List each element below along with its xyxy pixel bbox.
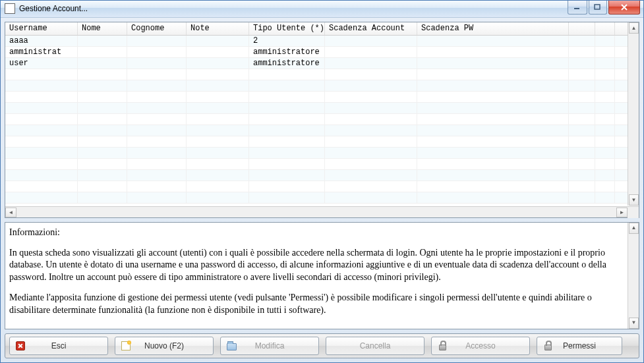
window-title: Gestione Account... [19, 4, 88, 13]
cell-username[interactable]: amministrat [5, 47, 78, 57]
maximize-icon [594, 4, 602, 11]
lock-icon [437, 341, 448, 351]
maximize-button[interactable] [589, 1, 607, 14]
horizontal-scrollbar[interactable]: ◄ ► [5, 206, 639, 217]
table-row-empty [5, 136, 639, 148]
cell-scad_acc[interactable] [325, 47, 417, 57]
table-row-empty [5, 170, 639, 181]
cell-scad_pw[interactable] [417, 58, 569, 69]
app-icon [5, 3, 15, 14]
scroll-down-icon[interactable]: ▼ [629, 318, 639, 329]
cell-scad_pw[interactable] [417, 36, 569, 46]
close-icon [15, 341, 26, 351]
cell-extra[interactable] [595, 36, 615, 46]
accesso-button[interactable]: Accesso [431, 337, 530, 355]
cell-extra[interactable] [569, 47, 595, 57]
col-note[interactable]: Note [187, 22, 249, 35]
col-cognome[interactable]: Cognome [127, 22, 187, 35]
col-scadenza-pw[interactable]: Scadenza PW [417, 22, 569, 35]
table-row-empty [5, 181, 639, 192]
table-row-empty [5, 192, 639, 204]
cell-tipo[interactable]: amministratore [249, 47, 325, 57]
cell-cognome[interactable] [127, 36, 187, 46]
close-button[interactable] [608, 1, 640, 14]
col-extra[interactable] [595, 22, 615, 35]
minimize-button[interactable] [568, 1, 587, 14]
titlebar[interactable]: Gestione Account... [1, 1, 643, 18]
button-label: Nuovo (F2) [122, 341, 206, 350]
cell-cognome[interactable] [127, 47, 187, 57]
cell-extra[interactable] [595, 58, 615, 69]
cell-username[interactable]: aaaa [5, 36, 78, 46]
cell-scad_acc[interactable] [325, 36, 417, 46]
toolbar: Esci Nuovo (F2) Modifica Cancella Access… [5, 333, 639, 358]
delete-icon [332, 341, 342, 351]
cell-scad_acc[interactable] [325, 58, 417, 69]
scroll-corner [628, 207, 639, 218]
col-nome[interactable]: Nome [78, 22, 127, 35]
cell-extra[interactable] [569, 36, 595, 46]
table-row-empty [5, 92, 639, 103]
scroll-right-icon[interactable]: ► [616, 208, 628, 217]
button-label: Esci [16, 341, 101, 350]
col-extra[interactable] [569, 22, 595, 35]
scroll-up-icon[interactable]: ▲ [629, 223, 639, 234]
modifica-button[interactable]: Modifica [220, 337, 319, 355]
cell-tipo[interactable]: amministratore [249, 58, 325, 69]
info-panel: Informazioni: In questa scheda sono visu… [5, 222, 639, 329]
cancella-button[interactable]: Cancella [326, 337, 424, 355]
close-icon [620, 4, 628, 11]
scroll-left-icon[interactable]: ◄ [5, 208, 16, 217]
table-row-empty [5, 69, 639, 80]
info-paragraph: Mediante l'apposita funzione di gestione… [9, 292, 632, 317]
cell-nome[interactable] [78, 47, 127, 57]
table-row-empty [5, 125, 639, 136]
col-tipo-utente[interactable]: Tipo Utente (*) [249, 22, 325, 35]
cell-username[interactable]: user [5, 58, 78, 69]
window-controls [568, 1, 643, 14]
table-row[interactable]: amministratamministratore [5, 47, 639, 58]
table-row-empty [5, 159, 639, 170]
folder-open-icon [226, 341, 237, 351]
cell-scad_pw[interactable] [417, 47, 569, 57]
vertical-scrollbar[interactable]: ▲ ▼ [628, 223, 639, 329]
svg-rect-1 [595, 5, 600, 9]
table-row[interactable]: useramministratore [5, 58, 639, 69]
cell-nome[interactable] [78, 36, 127, 46]
nuovo-button[interactable]: Nuovo (F2) [115, 337, 214, 355]
button-label: Permessi [544, 341, 615, 350]
esci-button[interactable]: Esci [9, 337, 108, 355]
table-row-empty [5, 148, 639, 159]
svg-rect-0 [574, 8, 579, 9]
cell-note[interactable] [187, 36, 249, 46]
table-row-empty [5, 80, 639, 92]
client-area: Username Nome Cognome Note Tipo Utente (… [1, 18, 643, 362]
cell-extra[interactable] [569, 58, 595, 69]
accounts-table[interactable]: Username Nome Cognome Note Tipo Utente (… [5, 22, 639, 218]
info-paragraph: In questa scheda sono visualizzati gli a… [9, 247, 632, 285]
cell-tipo[interactable]: 2 [249, 36, 325, 46]
cell-cognome[interactable] [127, 58, 187, 69]
table-row-empty [5, 114, 639, 125]
table-row[interactable]: aaaa2 [5, 36, 639, 47]
table-body[interactable]: aaaa2amministratamministratoreuserammini… [5, 36, 639, 206]
table-header[interactable]: Username Nome Cognome Note Tipo Utente (… [5, 22, 639, 36]
vertical-scrollbar[interactable]: ▲ ▼ [628, 22, 639, 206]
scroll-down-icon[interactable]: ▼ [629, 194, 639, 206]
cell-nome[interactable] [78, 58, 127, 69]
permessi-button[interactable]: Permessi [537, 337, 622, 355]
new-icon [121, 341, 131, 351]
minimize-icon [573, 4, 581, 11]
cell-note[interactable] [187, 58, 249, 69]
button-label: Cancella [333, 341, 417, 350]
cell-note[interactable] [187, 47, 249, 57]
scroll-up-icon[interactable]: ▲ [629, 22, 639, 34]
col-scadenza-account[interactable]: Scadenza Account [325, 22, 417, 35]
app-window: Gestione Account... Username Nome Cognom… [0, 0, 644, 363]
lock-icon [542, 341, 553, 351]
cell-extra[interactable] [595, 47, 615, 57]
info-title: Informazioni: [9, 227, 632, 239]
table-row-empty [5, 103, 639, 114]
col-username[interactable]: Username [5, 22, 78, 35]
button-label: Accesso [438, 341, 523, 350]
